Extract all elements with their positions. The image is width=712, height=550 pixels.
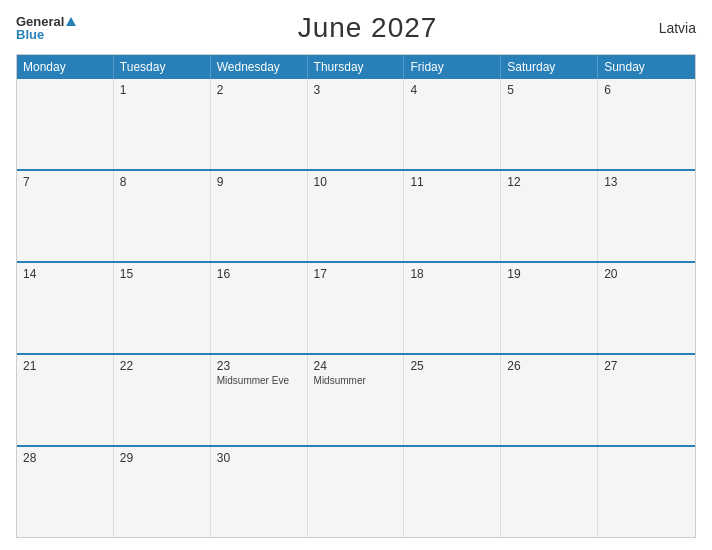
table-row: 21 [17,355,114,445]
calendar-title: June 2027 [298,12,438,44]
table-row: 9 [211,171,308,261]
col-thursday: Thursday [308,55,405,79]
table-row: 10 [308,171,405,261]
table-row: 23 Midsummer Eve [211,355,308,445]
table-row [404,447,501,537]
week-5: 28 29 30 [17,447,695,537]
table-row [501,447,598,537]
header: General Blue June 2027 Latvia [16,12,696,44]
table-row: 22 [114,355,211,445]
col-monday: Monday [17,55,114,79]
table-row [598,447,695,537]
table-row: 7 [17,171,114,261]
table-row: 27 [598,355,695,445]
page: General Blue June 2027 Latvia Monday Tue… [0,0,712,550]
week-2: 7 8 9 10 11 12 13 [17,171,695,263]
col-friday: Friday [404,55,501,79]
table-row: 16 [211,263,308,353]
calendar: Monday Tuesday Wednesday Thursday Friday… [16,54,696,538]
table-row: 12 [501,171,598,261]
table-row: 15 [114,263,211,353]
table-row: 18 [404,263,501,353]
table-row: 29 [114,447,211,537]
table-row [308,447,405,537]
calendar-header: Monday Tuesday Wednesday Thursday Friday… [17,55,695,79]
col-wednesday: Wednesday [211,55,308,79]
table-row: 26 [501,355,598,445]
table-row: 5 [501,79,598,169]
table-row: 6 [598,79,695,169]
table-row: 24 Midsummer [308,355,405,445]
col-sunday: Sunday [598,55,695,79]
table-row: 30 [211,447,308,537]
week-1: 1 2 3 4 5 6 [17,79,695,171]
col-tuesday: Tuesday [114,55,211,79]
table-row: 14 [17,263,114,353]
logo: General Blue [16,15,76,41]
table-row: 3 [308,79,405,169]
table-row: 28 [17,447,114,537]
table-row: 25 [404,355,501,445]
calendar-body: 1 2 3 4 5 6 7 8 9 10 11 12 13 14 15 [17,79,695,537]
week-3: 14 15 16 17 18 19 20 [17,263,695,355]
week-4: 21 22 23 Midsummer Eve 24 Midsummer 25 2… [17,355,695,447]
table-row: 20 [598,263,695,353]
table-row: 13 [598,171,695,261]
table-row: 1 [114,79,211,169]
table-row: 19 [501,263,598,353]
table-row: 2 [211,79,308,169]
table-row: 11 [404,171,501,261]
logo-blue: Blue [16,28,76,41]
table-row: 4 [404,79,501,169]
table-row [17,79,114,169]
table-row: 8 [114,171,211,261]
col-saturday: Saturday [501,55,598,79]
table-row: 17 [308,263,405,353]
country-label: Latvia [659,20,696,36]
